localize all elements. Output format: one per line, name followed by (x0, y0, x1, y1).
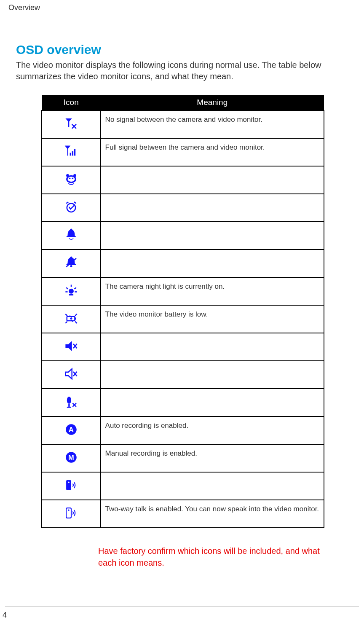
table-row (42, 389, 324, 416)
svg-point-47 (68, 482, 69, 483)
table-row: No signal between the camera and video m… (42, 110, 324, 138)
table-row (42, 472, 324, 500)
table-row: Two-way talk is enabled. You can now spe… (42, 500, 324, 528)
speaker-mute-outline-icon (64, 367, 78, 381)
table-row: The video monitor battery is low. (42, 305, 324, 333)
alarm-clock-icon (64, 200, 78, 214)
svg-rect-39 (67, 407, 71, 408)
meaning-cell (101, 389, 324, 416)
svg-line-29 (65, 314, 67, 316)
table-row (42, 194, 324, 222)
svg-point-8 (66, 174, 69, 177)
battery-low-icon (64, 311, 78, 325)
svg-rect-5 (72, 151, 73, 156)
table-row (42, 333, 324, 361)
meaning-cell: The video monitor battery is low. (101, 305, 324, 333)
meaning-cell: Full signal between the camera and video… (101, 138, 324, 166)
bell-off-icon (64, 255, 78, 270)
svg-rect-21 (69, 294, 73, 295)
icon-cell (42, 472, 101, 500)
footer-divider (5, 607, 359, 607)
svg-text:A: A (69, 426, 74, 434)
manual-record-icon: M (64, 450, 78, 465)
meaning-cell (101, 472, 324, 500)
page-content: OSD overview The video monitor displays … (0, 15, 364, 569)
svg-point-9 (73, 174, 76, 177)
svg-point-17 (70, 257, 72, 259)
svg-point-12 (72, 178, 73, 179)
page-number: 4 (3, 611, 7, 620)
icon-cell: M (42, 444, 101, 472)
svg-line-23 (66, 287, 68, 289)
svg-line-30 (75, 314, 77, 316)
factory-note: Have factory confirm which icons will be… (98, 545, 326, 569)
table-row: The camera night light is currently on. (42, 277, 324, 305)
svg-point-10 (67, 177, 75, 182)
icon-cell (42, 500, 101, 528)
icon-cell (42, 110, 101, 138)
meaning-cell: Auto recording is enabled. (101, 416, 324, 444)
icon-table: Icon Meaning No signal between the camer… (41, 95, 324, 528)
meaning-cell (101, 222, 324, 250)
section-title: OSD overview (16, 43, 364, 57)
icon-cell (42, 389, 101, 416)
meaning-cell (101, 194, 324, 222)
icon-cell (42, 277, 101, 305)
svg-point-20 (69, 289, 74, 294)
table-body: No signal between the camera and video m… (42, 110, 324, 528)
no-signal-icon (64, 116, 78, 131)
meaning-cell: The camera night light is currently on. (101, 277, 324, 305)
svg-line-31 (65, 322, 67, 323)
section-intro: The video monitor displays the following… (16, 59, 361, 82)
night-light-icon (64, 283, 78, 298)
svg-rect-28 (75, 317, 76, 320)
table-row (42, 361, 324, 389)
icon-cell (42, 138, 101, 166)
mic-off-icon (64, 395, 78, 409)
svg-point-49 (68, 510, 69, 511)
talk-solid-icon (64, 478, 78, 492)
svg-text:M: M (68, 454, 74, 461)
icon-cell (42, 305, 101, 333)
meaning-cell: Two-way talk is enabled. You can now spe… (101, 500, 324, 528)
icon-cell (42, 166, 101, 194)
icon-cell (42, 250, 101, 277)
svg-line-32 (75, 322, 77, 323)
alarm-on-icon (64, 172, 78, 186)
auto-record-icon: A (64, 422, 78, 437)
table-row (42, 222, 324, 250)
icon-cell (42, 222, 101, 250)
svg-point-18 (70, 265, 72, 267)
table-row (42, 250, 324, 277)
page-header: Overview (5, 0, 359, 15)
meaning-cell: No signal between the camera and video m… (101, 110, 324, 138)
svg-line-14 (66, 202, 68, 203)
meaning-cell (101, 166, 324, 194)
table-row: Full signal between the camera and video… (42, 138, 324, 166)
speaker-mute-solid-icon (64, 339, 78, 353)
table-row: M Manual recording is enabled. (42, 444, 324, 472)
icon-cell (42, 333, 101, 361)
table-header-icon: Icon (42, 95, 101, 110)
svg-rect-6 (74, 149, 75, 156)
talk-outline-icon (64, 506, 78, 520)
meaning-cell (101, 250, 324, 277)
svg-line-24 (74, 287, 76, 289)
meaning-cell (101, 361, 324, 389)
meaning-cell (101, 333, 324, 361)
full-signal-icon (64, 144, 78, 158)
svg-point-16 (70, 229, 72, 231)
icon-cell (42, 361, 101, 389)
table-row: A Auto recording is enabled. (42, 416, 324, 444)
svg-rect-4 (70, 153, 71, 156)
svg-point-37 (67, 397, 71, 404)
svg-line-15 (74, 202, 76, 203)
icon-cell: A (42, 416, 101, 444)
svg-rect-3 (67, 148, 68, 156)
table-header-meaning: Meaning (101, 95, 324, 110)
svg-point-11 (69, 178, 70, 179)
table-row (42, 166, 324, 194)
svg-rect-38 (68, 404, 70, 407)
bell-icon (64, 228, 78, 242)
icon-cell (42, 194, 101, 222)
